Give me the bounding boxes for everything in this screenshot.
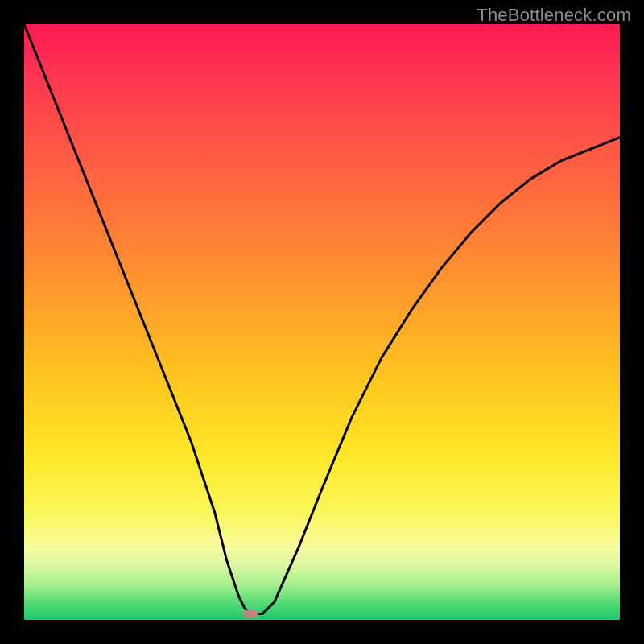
minimum-marker — [243, 610, 258, 618]
chart-container: TheBottleneck.com — [0, 0, 644, 644]
plot-area — [24, 24, 620, 620]
watermark-text: TheBottleneck.com — [477, 5, 631, 26]
curve-svg — [24, 24, 620, 620]
bottleneck-curve — [24, 24, 620, 614]
